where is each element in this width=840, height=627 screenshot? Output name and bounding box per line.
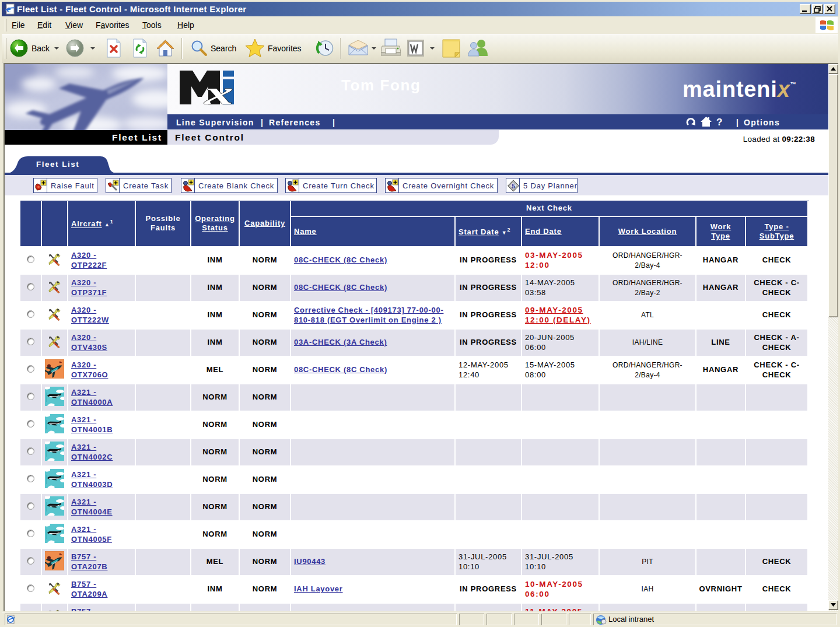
svg-text:5: 5: [512, 182, 515, 189]
svg-text:x: x: [204, 75, 233, 104]
